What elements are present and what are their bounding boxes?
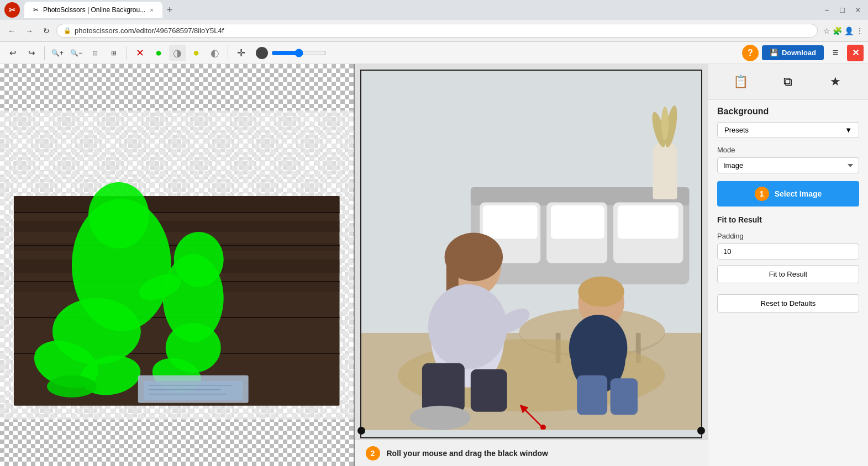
- presets-dropdown[interactable]: Presets ▼: [717, 122, 859, 138]
- drag-handle-bottom-right[interactable]: [697, 427, 705, 435]
- svg-rect-40: [617, 205, 678, 239]
- clipboard-icon-btn[interactable]: 📋: [730, 71, 752, 93]
- arrow-svg: [509, 396, 553, 430]
- svg-point-23: [174, 232, 224, 287]
- svg-rect-6: [14, 221, 340, 232]
- back-btn[interactable]: ←: [4, 24, 19, 38]
- background-section-title: Background: [717, 107, 859, 116]
- undo-btn[interactable]: ↩: [4, 45, 21, 61]
- separator-2: [127, 46, 127, 60]
- fit-result-title: Fit to Result: [717, 215, 859, 224]
- svg-line-67: [523, 407, 542, 427]
- brush-size-container: [256, 47, 327, 59]
- svg-rect-56: [422, 363, 464, 412]
- nav-actions: ☆ 🧩 👤 ⋮: [823, 27, 864, 35]
- presets-label: Presets: [724, 126, 749, 134]
- svg-rect-38: [482, 205, 537, 239]
- editor-right[interactable]: 2 Roll your mouse and drag the black win…: [355, 64, 708, 466]
- forward-btn[interactable]: →: [22, 24, 36, 38]
- svg-point-21: [47, 375, 97, 398]
- move-btn[interactable]: ✛: [233, 45, 249, 61]
- browser-frame: ✂ ✂ PhotoScissors | Online Backgrou... ×…: [0, 0, 868, 466]
- lock-icon: 🔒: [64, 27, 71, 34]
- instruction-step: 2: [366, 446, 380, 460]
- zoom-fit-btn[interactable]: ⊡: [87, 45, 103, 61]
- preview-canvas: [361, 71, 702, 437]
- svg-rect-5: [14, 196, 340, 213]
- zoom-actual-btn[interactable]: ⊞: [106, 45, 122, 61]
- toolbar-right: ? 💾 Download ≡ ✕: [742, 45, 864, 61]
- source-canvas: [0, 64, 354, 466]
- tab-favicon: ✂: [33, 6, 39, 14]
- extensions-btn[interactable]: 🧩: [833, 27, 842, 35]
- profile-btn[interactable]: 👤: [844, 27, 854, 35]
- drag-handle-bottom-left[interactable]: [357, 427, 365, 435]
- svg-rect-57: [470, 369, 507, 412]
- redo-btn[interactable]: ↪: [23, 45, 40, 61]
- mark-keep-btn[interactable]: ●: [150, 45, 167, 61]
- padding-input[interactable]: [717, 243, 859, 260]
- select-image-btn[interactable]: 1 Select Image: [717, 181, 859, 206]
- app-toolbar: ↩ ↪ 🔍+ 🔍− ⊡ ⊞ ✕ ● ◑ ● ◐ ✛ ? 💾 Download ≡…: [0, 42, 868, 64]
- eraser-remove-btn[interactable]: ◐: [207, 45, 223, 61]
- url-text: photoscissors.com/editor/496768597/8iloY…: [75, 27, 224, 35]
- nav-bar: ← → ↻ 🔒 photoscissors.com/editor/4967685…: [0, 20, 868, 42]
- refresh-btn[interactable]: ↻: [40, 24, 53, 38]
- app-close-btn[interactable]: ✕: [847, 45, 864, 61]
- sidebar-top-icons: 📋 ⧉ ★: [708, 64, 868, 100]
- browser-tab[interactable]: ✂ PhotoScissors | Online Backgrou... ×: [24, 2, 162, 18]
- select-image-step: 1: [755, 187, 769, 201]
- eraser-keep-btn[interactable]: ◑: [169, 45, 186, 61]
- reset-defaults-btn[interactable]: Reset to Defaults: [717, 294, 859, 313]
- cancel-selection-btn[interactable]: ✕: [131, 45, 148, 61]
- tab-title: PhotoScissors | Online Backgrou...: [43, 6, 145, 14]
- tab-close-btn[interactable]: ×: [150, 7, 153, 13]
- main-content: 2 Roll your mouse and drag the black win…: [0, 64, 868, 466]
- download-btn[interactable]: 💾 Download: [762, 45, 824, 60]
- svg-rect-27: [144, 381, 243, 400]
- svg-point-62: [578, 277, 624, 307]
- app-logo: ✂: [4, 2, 20, 18]
- separator-3: [228, 46, 228, 60]
- presets-chevron: ▼: [845, 126, 852, 134]
- fit-result-btn[interactable]: Fit to Result: [717, 265, 859, 283]
- more-btn[interactable]: ⋮: [856, 27, 864, 35]
- svg-point-55: [428, 284, 507, 369]
- svg-rect-64: [577, 375, 607, 415]
- new-tab-btn[interactable]: +: [167, 4, 173, 16]
- sidebar-content: Background Presets ▼ Mode Image No backg…: [708, 100, 868, 466]
- window-close-btn[interactable]: ×: [853, 3, 864, 17]
- download-label: Download: [782, 49, 816, 57]
- zoom-in-btn[interactable]: 🔍+: [49, 45, 66, 61]
- help-btn[interactable]: ?: [742, 45, 759, 61]
- padding-label: Padding: [717, 232, 859, 240]
- svg-point-63: [569, 315, 627, 382]
- arrow-annotation: [509, 396, 553, 432]
- bookmark-btn[interactable]: ☆: [823, 27, 830, 35]
- menu-btn[interactable]: ≡: [827, 45, 844, 61]
- editor-left[interactable]: [0, 64, 355, 466]
- separator-1: [44, 46, 45, 60]
- svg-point-58: [409, 406, 470, 430]
- preview-container: [360, 70, 703, 438]
- star-icon: ★: [830, 75, 841, 89]
- brush-size-slider[interactable]: [271, 49, 327, 57]
- svg-rect-39: [550, 205, 604, 239]
- copy-icon-btn[interactable]: ⧉: [777, 71, 799, 93]
- window-controls: − □ ×: [821, 3, 864, 17]
- zoom-out-btn[interactable]: 🔍−: [68, 45, 85, 61]
- instruction-bar: 2 Roll your mouse and drag the black win…: [355, 439, 708, 466]
- minimize-btn[interactable]: −: [821, 3, 832, 17]
- address-bar[interactable]: 🔒 photoscissors.com/editor/496768597/8il…: [56, 24, 818, 38]
- mode-select[interactable]: Image No background Color Blur: [717, 157, 859, 173]
- copy-icon: ⧉: [783, 75, 792, 89]
- select-image-label: Select Image: [775, 189, 822, 198]
- mark-remove-btn[interactable]: ●: [188, 45, 204, 61]
- maximize-btn[interactable]: □: [837, 3, 848, 17]
- star-icon-btn[interactable]: ★: [824, 71, 846, 93]
- editor-panel: 2 Roll your mouse and drag the black win…: [0, 64, 708, 466]
- svg-rect-65: [610, 378, 637, 415]
- right-sidebar: 📋 ⧉ ★ Background Presets ▼ Mode Image: [708, 64, 868, 466]
- brush-preview: [256, 47, 268, 59]
- download-icon: 💾: [770, 49, 778, 57]
